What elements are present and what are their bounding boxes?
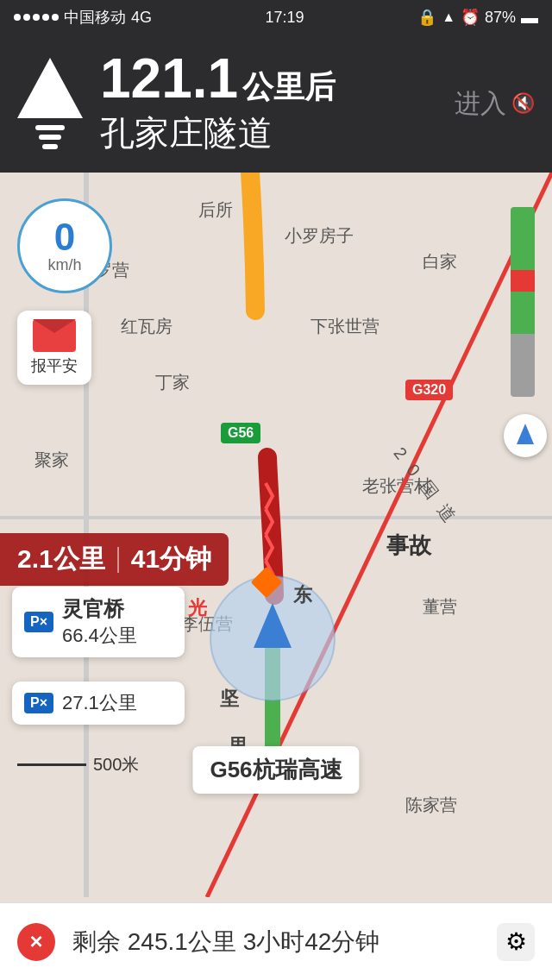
time-label: 17:19: [266, 9, 304, 27]
signal-dot-4: [42, 14, 49, 21]
signal-dot-2: [23, 14, 30, 21]
traffic-divider: [117, 547, 119, 573]
incident-label: 事故: [386, 531, 431, 561]
loc-name-1: 灵官桥: [62, 595, 137, 623]
bottom-info: 剩余 245.1公里 3小时42分钟: [72, 926, 480, 958]
scale-label: 500米: [93, 753, 139, 776]
traffic-bar: 2.1公里 41分钟: [0, 533, 229, 586]
nav-arrow-shape: [254, 603, 292, 648]
px-badge-2: P×: [24, 693, 53, 713]
arrow-lines: [35, 125, 65, 149]
carrier-label: 中国移动: [64, 7, 126, 28]
g320-badge: G320: [405, 380, 453, 400]
status-bar: 中国移动 4G 17:19 🔒 ▲ ⏰ 87% ▬: [0, 0, 552, 35]
nav-text: 121.1 公里后 孔家庄隧道: [100, 51, 441, 157]
close-icon: ×: [29, 928, 42, 955]
speed-unit: km/h: [47, 256, 81, 274]
nav-road-name: 孔家庄隧道: [100, 110, 441, 157]
px-badge-1: P×: [24, 612, 53, 632]
nav-distance-value: 121.1: [100, 47, 238, 110]
lock-icon: 🔒: [417, 8, 436, 27]
traffic-time: 41分钟: [131, 542, 211, 577]
loc-row-1: P× 灵官桥 66.4公里: [12, 587, 185, 657]
network-label: 4G: [131, 9, 152, 27]
road-tag: G56杭瑞高速: [192, 746, 359, 794]
traffic-green-mid: [511, 292, 535, 334]
traffic-green-top: [511, 207, 535, 270]
signal-dot-5: [52, 14, 59, 21]
nav-distance-unit: 公里后: [242, 69, 336, 104]
battery-icon: ▬: [521, 8, 538, 28]
scale-line: [17, 763, 86, 766]
alarm-icon: ⏰: [461, 8, 480, 27]
nav-distance-line: 121.1 公里后: [100, 51, 441, 106]
traffic-distance: 2.1公里: [17, 542, 105, 577]
arrow-line-1: [35, 125, 65, 130]
sidebar-compass: [504, 414, 547, 457]
loc-row-2: P× 27.1公里: [12, 682, 185, 725]
close-button[interactable]: ×: [17, 923, 55, 961]
arrow-line-2: [39, 135, 61, 140]
volume-icon: 🔇: [511, 92, 535, 115]
location-box-2: P× 27.1公里: [12, 682, 185, 725]
loc-dist-1: 66.4公里: [62, 623, 137, 649]
arrow-line-3: [42, 144, 58, 149]
battery-label: 87%: [485, 9, 516, 27]
location-icon: ▲: [442, 9, 455, 25]
nav-action: 进入 🔇: [455, 86, 535, 122]
signal-dots: [14, 14, 59, 21]
nav-arrow-map: [247, 604, 298, 656]
dir-south1: 坚: [220, 686, 239, 712]
location-box-1: P× 灵官桥 66.4公里: [12, 587, 185, 657]
g56-badge: G56: [221, 423, 260, 443]
report-envelope-icon: [33, 319, 76, 352]
traffic-gray: [511, 334, 535, 397]
status-right: 🔒 ▲ ⏰ 87% ▬: [417, 8, 538, 28]
traffic-sidebar: [511, 207, 535, 397]
nav-arrow-icon: [17, 58, 83, 149]
gear-icon: ⚙: [505, 927, 527, 956]
bottom-bar: × 剩余 245.1公里 3小时42分钟 ⚙: [0, 902, 552, 980]
settings-button[interactable]: ⚙: [497, 923, 535, 961]
report-label: 报平安: [31, 355, 78, 376]
dir-west: 光: [188, 595, 207, 621]
sidebar-arrow-shape: [517, 424, 534, 444]
scale-bar: 500米: [17, 753, 139, 776]
speed-widget: 0 km/h: [17, 198, 112, 293]
traffic-red: [511, 270, 535, 291]
signal-dot-1: [14, 14, 21, 21]
nav-action-label: 进入: [455, 86, 506, 122]
nav-header: 121.1 公里后 孔家庄隧道 进入 🔇: [0, 35, 552, 173]
report-button[interactable]: 报平安: [17, 311, 91, 385]
status-left: 中国移动 4G: [14, 7, 152, 28]
map-area[interactable]: 后所 小罗房子 罗营 红瓦房 下张世营 白家 丁家 老张营村 聚家 董营 李伍营…: [0, 173, 552, 897]
arrow-up-shape: [17, 58, 83, 118]
speed-value: 0: [54, 218, 75, 256]
signal-dot-3: [33, 14, 40, 21]
loc-dist-2: 27.1公里: [62, 690, 137, 716]
